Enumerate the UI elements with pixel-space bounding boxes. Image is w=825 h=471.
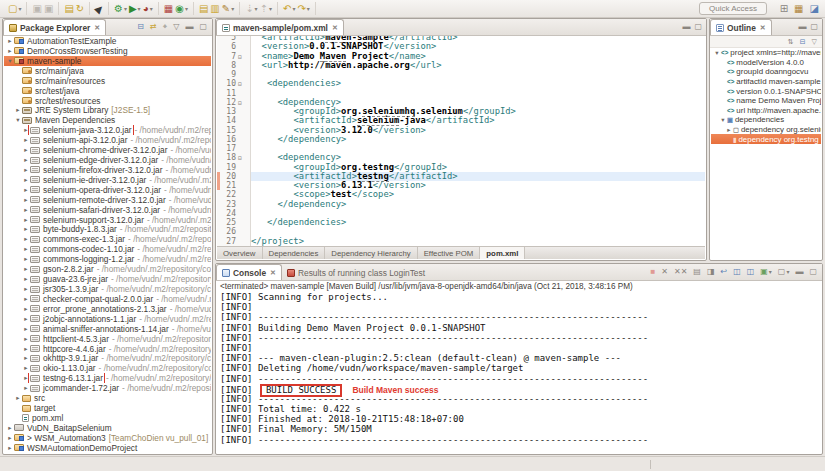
tree-item-commons-codec-1-10-jar[interactable]: ▸commons-codec-1.10.jar- /home/vudn/.m2/… <box>4 244 211 254</box>
view-menu-icon[interactable]: ▽ <box>812 36 817 47</box>
java-perspective-icon[interactable]: ◪ <box>810 3 819 14</box>
tree-item-checker-compat-qual-2-0-0-jar[interactable]: ▸checker-compat-qual-2.0.0.jar- /home/vu… <box>4 294 211 304</box>
previous-annotation-icon[interactable]: ⇡▾ <box>260 3 272 14</box>
fold-icon[interactable]: ⊟ <box>238 79 247 88</box>
tree-item-commons-logging-1-2-jar[interactable]: ▸commons-logging-1.2.jar- /home/vudn/.m2… <box>4 254 211 264</box>
tree-item-wsm-automation3[interactable]: ▸> WSM_Automation3[TeamChoDien vu_pull_0… <box>4 433 211 443</box>
tab-pom-xml-editor[interactable]: maven-sample/pom.xml ✕ <box>216 19 344 35</box>
back-history-icon[interactable]: ↶▾ <box>283 3 295 14</box>
next-annotation-icon[interactable]: ⇣▾ <box>245 3 257 14</box>
export-icon[interactable]: ▥ <box>210 3 219 14</box>
code-line-10[interactable]: 10⊟ <dependencies> <box>217 79 705 88</box>
tree-item-src-test-resources[interactable]: src/test/resources <box>4 96 211 106</box>
editor-page-tab-overview[interactable]: Overview <box>217 247 263 259</box>
tree-twisty-icon[interactable]: ▸ <box>22 374 30 382</box>
external-tools-icon[interactable]: ⚙▾ <box>114 3 127 14</box>
code-line-25[interactable]: 25 </dependencies> <box>217 218 705 227</box>
maximize-icon[interactable]: ▢ <box>694 21 702 32</box>
tree-twisty-icon[interactable]: ▸ <box>22 305 30 313</box>
tree-item-maven-dependencies[interactable]: ▾Maven Dependencies <box>4 115 211 125</box>
new-console-view-icon[interactable]: ▣▾ <box>760 266 772 277</box>
tree-twisty-icon[interactable]: ▸ <box>22 146 30 154</box>
run-on-server-icon[interactable]: ◉▾ <box>175 3 188 14</box>
editor-page-tab-pom-xml[interactable]: pom.xml <box>480 247 525 259</box>
tree-item-democrossbrowsertesting[interactable]: ▸DemoCrossBrowserTesting <box>4 46 211 56</box>
tree-item-maven-sample[interactable]: ▾maven-sample <box>4 56 211 66</box>
tree-twisty-icon[interactable]: ▸ <box>22 166 30 174</box>
clear-console-icon[interactable]: ▤ <box>693 266 701 277</box>
tree-twisty-icon[interactable]: ▸ <box>6 37 14 45</box>
open-perspective-icon[interactable]: ⊞ <box>780 3 788 14</box>
tree-twisty-icon[interactable]: ▸ <box>22 186 30 194</box>
tree-item-okhttp-3-9-1-jar[interactable]: ▸okhttp-3.9.1.jar- /home/vudn/.m2/reposi… <box>4 354 211 364</box>
close-icon[interactable]: ✕ <box>760 24 766 32</box>
fold-icon[interactable]: ⊟ <box>238 52 247 61</box>
tree-item-selenium-firefox-driver-3-12-0-jar[interactable]: ▸selenium-firefox-driver-3.12.0.jar- /ho… <box>4 165 211 175</box>
tab-outline[interactable]: Outline ✕ <box>710 19 772 35</box>
tree-item-httpcore-4-4-6-jar[interactable]: ▸httpcore-4.4.6.jar- /home/vudn/.m2/repo… <box>4 344 211 354</box>
tree-item-selenium-api-3-12-0-jar[interactable]: ▸selenium-api-3.12.0.jar- /home/vudn/.m2… <box>4 135 211 145</box>
tree-twisty-icon[interactable]: ▸ <box>22 364 30 372</box>
tree-twisty-icon[interactable]: ▸ <box>6 434 14 442</box>
outline-item-dependency-org-seleniumhq[interactable]: ▸▢dependency org.seleniumhq <box>711 125 821 135</box>
outline-item-groupid-doanngocvu[interactable]: <>groupId doanngocvu <box>711 67 821 77</box>
annotate-icon[interactable]: ✎▾ <box>222 3 234 14</box>
tree-twisty-icon[interactable]: ▸ <box>22 245 30 253</box>
tree-item-vudn-baitapselenium[interactable]: ▸VuDN_BaitapSelenium <box>4 423 211 433</box>
editor-page-tab-dependencies[interactable]: Dependencies <box>263 247 326 259</box>
tree-twisty-icon[interactable]: ▸ <box>14 394 22 402</box>
outline-item-artifactid-maven-sample[interactable]: <>artifactId maven-sample <box>711 77 821 87</box>
tree-twisty-icon[interactable]: ▸ <box>22 126 30 134</box>
console-output[interactable]: [INFO] Scanning for projects...[INFO] [I… <box>217 292 821 453</box>
coverage-icon[interactable]: ◕▾ <box>143 3 153 14</box>
tab-testng-results[interactable]: Results of running class LoginTest <box>282 265 430 280</box>
tree-item-gson-2-8-2-jar[interactable]: ▸gson-2.8.2.jar- /home/vudn/.m2/reposito… <box>4 264 211 274</box>
tree-item-testng-6-13-1-jar[interactable]: ▸testng-6.13.1.jar- /home/vudn/.m2/repos… <box>4 373 211 383</box>
collapse-all-icon[interactable]: ⊟ <box>800 36 806 47</box>
tree-item-target[interactable]: target <box>4 403 211 413</box>
tree-twisty-icon[interactable]: ▸ <box>6 444 14 452</box>
tree-twisty-icon[interactable]: ▾ <box>14 116 22 124</box>
tree-item-selenium-java-3-12-0-jar[interactable]: ▸selenium-java-3.12.0.jar- /home/vudn/.m… <box>4 125 211 135</box>
tree-twisty-icon[interactable]: ▸ <box>6 424 14 432</box>
selection-tool-icon[interactable]: ▶ <box>95 3 103 14</box>
editor-page-tab-dependency-hierarchy[interactable]: Dependency Hierarchy <box>325 247 417 259</box>
outline-item-version-0-0-1-snapshot[interactable]: <>version 0.0.1-SNAPSHOT <box>711 86 821 96</box>
close-icon[interactable]: ✕ <box>332 24 338 32</box>
tree-item-src-test-java[interactable]: src/test/java <box>4 86 211 96</box>
scroll-lock-icon[interactable]: ◨ <box>707 266 715 277</box>
tree-item-selenium-remote-driver-3-12-0-jar[interactable]: ▸selenium-remote-driver-3.12.0.jar- /hom… <box>4 195 211 205</box>
tree-twisty-icon[interactable]: ▸ <box>14 106 22 114</box>
outline-item-name-demo-maven-project[interactable]: <>name Demo Maven Project <box>711 96 821 106</box>
save-icon[interactable]: ▣ <box>32 3 41 14</box>
outline-item-url-http-maven-apache-org[interactable]: <>url http://maven.apache.org <box>711 106 821 116</box>
link-with-editor-icon[interactable]: ⇄ <box>150 21 157 32</box>
sort-icon[interactable]: ⇅ <box>788 36 794 47</box>
tree-twisty-icon[interactable]: ▸ <box>22 285 30 293</box>
tree-twisty-icon[interactable]: ▸ <box>22 176 30 184</box>
outline-item-modelversion-4-0-0[interactable]: <>modelVersion 4.0.0 <box>711 58 821 68</box>
quick-access-button[interactable]: Quick Access <box>699 2 767 15</box>
maximize-icon[interactable]: ▢ <box>199 21 207 32</box>
tree-twisty-icon[interactable]: ▸ <box>22 225 30 233</box>
import-icon[interactable]: ▤ <box>199 3 208 14</box>
view-menu-icon[interactable]: ▽ <box>173 21 179 32</box>
tree-twisty-icon[interactable]: ▸ <box>22 354 30 362</box>
java-application-icon[interactable]: ▦ <box>164 3 173 14</box>
tree-item-jcommander-1-72-jar[interactable]: ▸jcommander-1.72.jar- /home/vudn/.m2/rep… <box>4 383 211 393</box>
tree-twisty-icon[interactable]: ▸ <box>22 275 30 283</box>
tree-twisty-icon[interactable]: ▸ <box>22 216 30 224</box>
tree-item-automationtestexample[interactable]: ▸AutomationTestExample <box>4 36 211 46</box>
tree-item-okio-1-13-0-jar[interactable]: ▸okio-1.13.0.jar- /home/vudn/.m2/reposit… <box>4 363 211 373</box>
code-line-23[interactable]: 23 </dependency> <box>217 200 705 209</box>
code-line-27[interactable]: 27</project> <box>217 237 705 246</box>
tree-item-animal-sniffer-annotations-1-14-jar[interactable]: ▸animal-sniffer-annotations-1.14.jar- /h… <box>4 324 211 334</box>
tree-twisty-icon[interactable]: ▸ <box>22 295 30 303</box>
collapse-all-icon[interactable]: ⊟ <box>137 21 144 32</box>
tree-item-selenium-edge-driver-3-12-0-jar[interactable]: ▸selenium-edge-driver-3.12.0.jar- /home/… <box>4 155 211 165</box>
tree-item-httpclient-4-5-3-jar[interactable]: ▸httpclient-4.5.3.jar- /home/vudn/.m2/re… <box>4 334 211 344</box>
tree-item-byte-buddy-1-8-3-jar[interactable]: ▸byte-buddy-1.8.3.jar- /home/vudn/.m2/re… <box>4 225 211 235</box>
tree-item-src-main-resources[interactable]: src/main/resources <box>4 76 211 86</box>
remove-launch-icon[interactable]: ✕ <box>661 266 668 277</box>
terminate-icon[interactable]: ■ <box>650 266 655 277</box>
